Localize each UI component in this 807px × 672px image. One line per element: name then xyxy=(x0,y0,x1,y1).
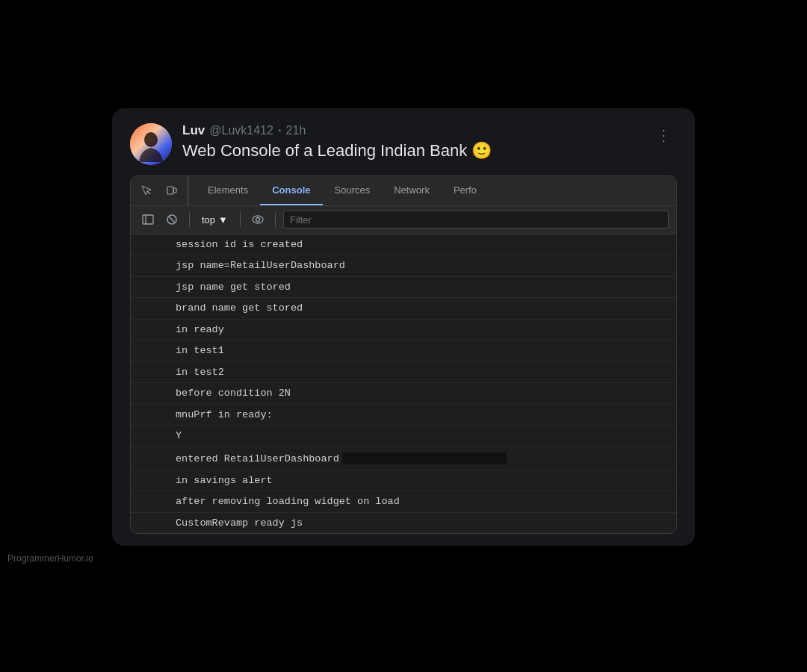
tweet-text: Web Console of a Leading Indian Bank 🙂 xyxy=(182,140,492,163)
console-line: brand name get stored xyxy=(131,298,676,320)
tab-elements[interactable]: Elements xyxy=(196,176,260,205)
console-output: session id is created jsp name=RetailUse… xyxy=(131,234,676,534)
context-selector[interactable]: top ▼ xyxy=(197,214,232,225)
user-handle: @Luvk1412 xyxy=(209,124,273,137)
redacted-block xyxy=(342,452,507,464)
sidebar-toggle-icon[interactable] xyxy=(138,210,158,229)
console-line: mnuPrf in ready: xyxy=(131,405,676,426)
avatar xyxy=(130,123,172,165)
user-name-row: Luv @Luvk1412 · 21h xyxy=(182,123,492,138)
console-line: in savings alert xyxy=(131,470,676,492)
devtools-tabs: Elements Console Sources Network Perfo xyxy=(131,176,676,206)
clear-icon[interactable] xyxy=(162,210,182,229)
dot-separator: · xyxy=(278,123,282,138)
console-line: session id is created xyxy=(131,234,676,256)
console-line: CustomRevamp ready js xyxy=(131,513,676,534)
eye-icon[interactable] xyxy=(248,210,268,229)
tab-performance[interactable]: Perfo xyxy=(442,176,489,205)
devtools-toolbar: top ▼ xyxy=(131,206,676,234)
console-line: Y xyxy=(131,426,676,447)
console-line: jsp name get stored xyxy=(131,277,676,299)
console-line: in test2 xyxy=(131,362,676,384)
tweet-header: Luv @Luvk1412 · 21h Web Console of a Lea… xyxy=(130,123,677,165)
svg-point-1 xyxy=(144,132,158,147)
svg-point-8 xyxy=(253,216,263,223)
context-label: top xyxy=(202,214,215,225)
toolbar-divider-1 xyxy=(189,212,190,227)
more-options-button[interactable]: ⋮ xyxy=(650,123,677,147)
chevron-down-icon: ▼ xyxy=(218,214,228,225)
svg-rect-4 xyxy=(143,215,153,224)
watermark: ProgrammerHumor.io xyxy=(0,553,93,564)
cursor-icon[interactable] xyxy=(137,181,156,200)
svg-point-9 xyxy=(256,218,259,222)
devtools-panel: Elements Console Sources Network Perfo xyxy=(130,175,677,535)
filter-input[interactable] xyxy=(283,211,669,228)
console-line: jsp name=RetailUserDashboard xyxy=(131,255,676,277)
console-line: after removing loading widget on load xyxy=(131,491,676,513)
username: Luv xyxy=(182,123,205,138)
devtools-icons xyxy=(137,176,188,205)
user-info: Luv @Luvk1412 · 21h Web Console of a Lea… xyxy=(182,123,492,163)
toolbar-divider-2 xyxy=(240,212,241,227)
svg-rect-3 xyxy=(173,188,176,193)
device-icon[interactable] xyxy=(162,181,182,200)
tab-network[interactable]: Network xyxy=(382,176,442,205)
svg-line-7 xyxy=(170,217,175,223)
console-line: before condition 2N xyxy=(131,383,676,405)
svg-rect-2 xyxy=(167,187,173,194)
console-line: in test1 xyxy=(131,340,676,362)
toolbar-divider-3 xyxy=(275,212,276,227)
console-line-redacted: entered RetailUserDashboard xyxy=(131,447,676,470)
tab-console[interactable]: Console xyxy=(260,176,322,205)
tweet-card: Luv @Luvk1412 · 21h Web Console of a Lea… xyxy=(112,108,695,547)
tab-sources[interactable]: Sources xyxy=(323,176,383,205)
tweet-time: 21h xyxy=(286,124,306,137)
console-line: in ready xyxy=(131,320,676,341)
